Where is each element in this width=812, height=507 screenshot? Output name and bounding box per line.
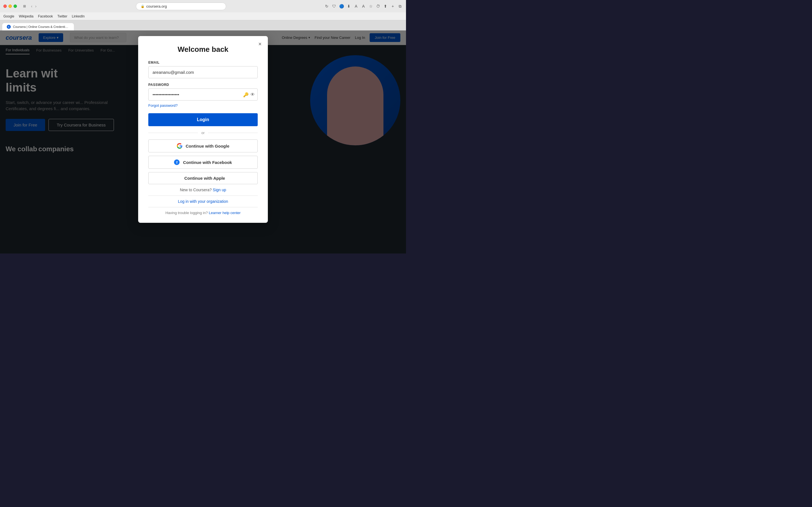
eye-icon[interactable]: 👁 <box>250 92 255 97</box>
facebook-button-label: Continue with Facebook <box>183 160 232 165</box>
help-center-link[interactable]: Learner help center <box>209 211 241 215</box>
history-icon[interactable]: ⏱ <box>375 4 380 9</box>
google-icon <box>177 143 183 149</box>
forward-arrow[interactable]: › <box>34 3 38 9</box>
trouble-text: Having trouble logging in? Learner help … <box>148 211 258 215</box>
email-input[interactable] <box>148 66 258 78</box>
google-login-button[interactable]: Continue with Google <box>148 139 258 152</box>
maximize-button[interactable] <box>13 4 17 8</box>
or-divider: or <box>148 131 258 135</box>
facebook-icon: f <box>174 159 180 165</box>
login-button[interactable]: Login <box>148 113 258 126</box>
download-icon[interactable]: ⬇ <box>346 4 351 9</box>
titlebar: ⊞ ‹ › 🔒 coursera.org ↻ 🛡 🔵 ⬇ A A ☆ ⏱ ⬆ +… <box>0 0 406 12</box>
bookmark-icon[interactable]: ☆ <box>368 4 373 9</box>
lock-icon: 🔒 <box>141 4 145 8</box>
tab-favicon: C <box>7 25 11 29</box>
titlebar-right-icons: ↻ 🛡 🔵 ⬇ A A ☆ ⏱ ⬆ + ⧉ <box>324 4 403 9</box>
tabs-icon[interactable]: ⧉ <box>398 4 403 9</box>
signup-text: New to Coursera? Sign up <box>148 187 258 192</box>
close-button[interactable] <box>3 4 7 8</box>
extension-icon[interactable]: 🔵 <box>339 4 344 9</box>
modal-title: Welcome back <box>148 45 258 54</box>
address-bar-container: 🔒 coursera.org <box>40 3 322 10</box>
password-wrapper: 🔑 👁 <box>148 89 258 101</box>
nav-arrows: ‹ › <box>30 3 38 9</box>
forgot-password-link[interactable]: Forgot password? <box>148 103 177 108</box>
new-tab-icon[interactable]: + <box>390 4 395 9</box>
password-input[interactable] <box>148 89 258 101</box>
modal-bottom-divider <box>148 195 258 196</box>
tab-bar: C Coursera | Online Courses & Credential… <box>0 20 406 31</box>
website-background: coursera Explore ▾ What do you want to l… <box>0 31 406 253</box>
reload-icon[interactable]: ↻ <box>324 4 329 9</box>
font-small-icon[interactable]: A <box>354 4 359 9</box>
key-icon[interactable]: 🔑 <box>243 92 249 97</box>
modal-bottom-divider2 <box>148 207 258 207</box>
address-text: coursera.org <box>146 4 167 8</box>
minimize-button[interactable] <box>8 4 12 8</box>
titlebar-left-icons: ⊞ ‹ › <box>22 3 38 9</box>
google-button-label: Continue with Google <box>186 144 230 149</box>
password-icons: 🔑 👁 <box>243 92 255 97</box>
bookmark-google[interactable]: Google <box>3 14 14 18</box>
bookmark-linkedin[interactable]: LinkedIn <box>72 14 85 18</box>
bookmarks-bar: Google Wikipedia Facebook Twitter Linked… <box>0 12 406 20</box>
sidebar-toggle-icon[interactable]: ⊞ <box>22 4 27 9</box>
active-tab[interactable]: C Coursera | Online Courses & Credential… <box>2 23 74 31</box>
modal-close-button[interactable]: × <box>256 40 264 48</box>
traffic-lights <box>3 4 17 8</box>
divider-text: or <box>201 131 205 135</box>
share-icon[interactable]: ⬆ <box>383 4 388 9</box>
bookmark-facebook[interactable]: Facebook <box>38 14 53 18</box>
password-label: PASSWORD <box>148 83 258 87</box>
apple-button-label: Continue with Apple <box>185 176 225 180</box>
shield-icon[interactable]: 🛡 <box>332 4 337 9</box>
email-label: EMAIL <box>148 61 258 64</box>
org-login-link[interactable]: Log in with your organization <box>148 199 258 204</box>
modal-backdrop: × Welcome back EMAIL PASSWORD 🔑 👁 Forgot… <box>0 31 406 253</box>
signup-link[interactable]: Sign up <box>213 187 226 192</box>
apple-login-button[interactable]: Continue with Apple <box>148 172 258 184</box>
font-large-icon[interactable]: A <box>361 4 366 9</box>
bookmark-twitter[interactable]: Twitter <box>57 14 67 18</box>
address-bar[interactable]: 🔒 coursera.org <box>136 3 226 10</box>
facebook-login-button[interactable]: f Continue with Facebook <box>148 156 258 169</box>
bookmark-wikipedia[interactable]: Wikipedia <box>19 14 34 18</box>
tab-title: Coursera | Online Courses & Credentials … <box>13 25 69 29</box>
login-modal: × Welcome back EMAIL PASSWORD 🔑 👁 Forgot… <box>138 36 268 223</box>
back-arrow[interactable]: ‹ <box>30 3 34 9</box>
